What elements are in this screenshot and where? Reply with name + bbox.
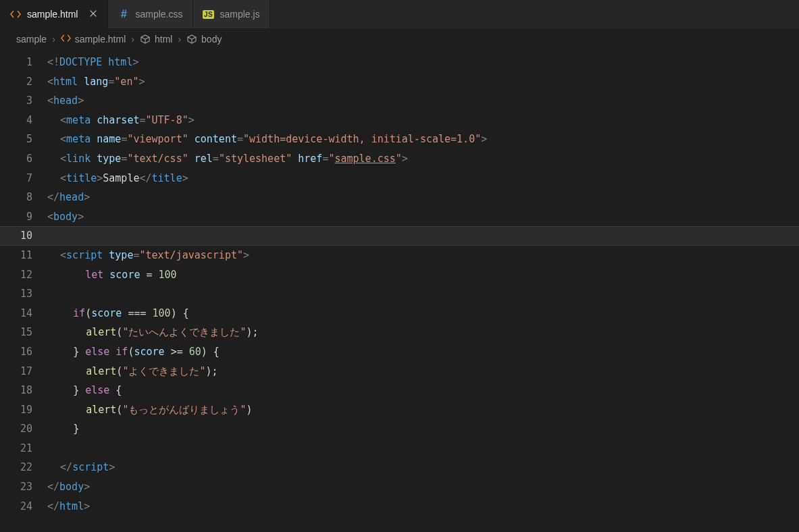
code-line: </html> [47, 497, 799, 516]
breadcrumb-item[interactable]: html [140, 34, 172, 45]
line-number: 7 [0, 169, 47, 188]
line-number: 22 [0, 458, 47, 477]
line-number: 10 [0, 226, 47, 246]
code-line: <!DOCTYPE html> [47, 53, 799, 72]
tab-label: sample.css [135, 9, 182, 20]
line-number: 15 [0, 323, 47, 342]
code-line: <meta charset="UTF-8"> [47, 111, 799, 130]
code-line: </body> [47, 477, 799, 497]
code-line: </head> [47, 188, 799, 207]
chevron-right-icon: › [52, 34, 55, 45]
line-number: 6 [0, 149, 47, 169]
code-line: <link type="text/css" rel="stylesheet" h… [47, 149, 799, 169]
line-number: 20 [0, 419, 47, 439]
code-line: } else if(score >= 60) { [47, 342, 799, 362]
line-number: 19 [0, 400, 47, 420]
line-number: 24 [0, 497, 47, 516]
code-content[interactable]: <!DOCTYPE html> <html lang="en"> <head> … [47, 50, 799, 532]
line-number: 18 [0, 381, 47, 400]
code-line: </script> [47, 458, 799, 477]
tab-sample-css[interactable]: # sample.css [108, 0, 192, 28]
breadcrumb: sample › sample.html › html › body [0, 28, 799, 50]
code-line: <body> [47, 207, 799, 227]
line-number: 3 [0, 91, 47, 111]
line-number: 1 [0, 53, 47, 72]
active-line-highlight [0, 226, 799, 246]
chevron-right-icon: › [178, 34, 181, 45]
line-number: 17 [0, 362, 47, 381]
code-line: <title>Sample</title> [47, 169, 799, 188]
line-number: 2 [0, 72, 47, 92]
line-number: 16 [0, 342, 47, 362]
code-line: alert("よくできました"); [47, 362, 799, 381]
breadcrumb-item[interactable]: body [186, 34, 222, 45]
breadcrumb-item[interactable]: sample [16, 34, 47, 45]
symbol-cube-icon [140, 34, 151, 45]
line-number: 11 [0, 246, 47, 265]
tab-sample-js[interactable]: JS sample.js [193, 0, 270, 28]
close-icon[interactable] [88, 9, 98, 20]
code-line: } else { [47, 381, 799, 400]
css-file-icon: # [118, 8, 130, 20]
symbol-cube-icon [186, 34, 197, 45]
js-file-icon: JS [203, 8, 215, 20]
chevron-right-icon: › [131, 34, 134, 45]
code-line: <script type="text/javascript"> [47, 246, 799, 265]
code-line: <head> [47, 91, 799, 111]
breadcrumb-label: sample.html [75, 34, 126, 45]
breadcrumb-item[interactable]: sample.html [61, 33, 126, 45]
line-number: 8 [0, 188, 47, 207]
code-line [47, 439, 799, 458]
line-number: 14 [0, 304, 47, 323]
tab-label: sample.js [220, 9, 260, 20]
line-number: 5 [0, 130, 47, 149]
line-number: 23 [0, 477, 47, 497]
tab-bar: sample.html # sample.css JS sample.js [0, 0, 799, 28]
code-line: <html lang="en"> [47, 72, 799, 92]
line-number: 13 [0, 284, 47, 304]
tab-sample-html[interactable]: sample.html [0, 0, 108, 28]
code-line: if(score === 100) { [47, 304, 799, 323]
code-line: } [47, 419, 799, 439]
code-line [47, 284, 799, 304]
tab-label: sample.html [27, 9, 78, 20]
line-number: 9 [0, 207, 47, 227]
code-editor[interactable]: 1 2 3 4 5 6 7 8 9 10 11 12 13 14 15 16 1… [0, 50, 799, 532]
code-line: alert("もっとがんばりましょう") [47, 400, 799, 420]
line-number: 4 [0, 111, 47, 130]
html-file-icon [61, 33, 71, 45]
line-number: 12 [0, 265, 47, 285]
breadcrumb-label: sample [16, 34, 47, 45]
code-line: alert("たいへんよくできました"); [47, 323, 799, 342]
code-line: <meta name="viewport" content="width=dev… [47, 130, 799, 149]
line-number: 21 [0, 439, 47, 458]
html-file-icon [9, 8, 22, 20]
breadcrumb-label: html [155, 34, 172, 45]
breadcrumb-label: body [201, 34, 222, 45]
line-number-gutter: 1 2 3 4 5 6 7 8 9 10 11 12 13 14 15 16 1… [0, 50, 47, 532]
code-line: let score = 100 [47, 265, 799, 285]
